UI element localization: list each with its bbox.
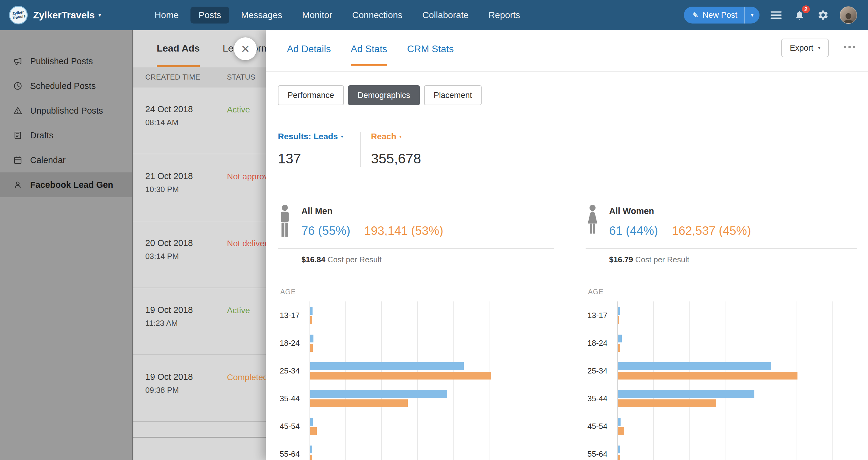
age-tick-label: 55-64	[278, 450, 310, 459]
segment-performance[interactable]: Performance	[278, 85, 344, 105]
segment-demographics[interactable]: Demographics	[348, 85, 420, 105]
men-divider	[278, 248, 554, 249]
female-icon	[586, 204, 599, 241]
men-demographics-section: All Men 76 (55%) 193,141 (53%) $16.84 Co…	[278, 204, 567, 460]
settings-gear-icon[interactable]	[816, 8, 830, 22]
results-bar	[618, 390, 754, 398]
results-bar	[618, 307, 620, 315]
export-label: Export	[789, 43, 813, 53]
results-bar	[618, 418, 621, 426]
nav-item-connections[interactable]: Connections	[344, 7, 410, 24]
section-divider	[278, 180, 857, 180]
women-header: All Women 61 (44%) 162,537 (45%)	[586, 204, 857, 241]
new-post-label: New Post	[703, 10, 738, 20]
brand-name: ZylkerTravels	[33, 10, 95, 21]
men-age-block: AGE 13-1718-2425-3435-4445-5455-64	[278, 288, 554, 460]
main-nav: HomePostsMessagesMonitorConnectionsColla…	[147, 7, 528, 24]
men-header: All Men 76 (55%) 193,141 (53%)	[278, 204, 554, 241]
age-tick-label: 25-34	[278, 366, 310, 376]
demographics-grid: All Men 76 (55%) 193,141 (53%) $16.84 Co…	[278, 204, 857, 460]
sidebar-item-unpublished-posts[interactable]: Unpublished Posts	[0, 98, 132, 123]
tab-ad-stats[interactable]: Ad Stats	[351, 30, 387, 71]
detail-tabs: Ad DetailsAd StatsCRM Stats	[287, 30, 454, 71]
lead-created-date: 19 Oct 2018	[145, 372, 227, 382]
lead-gen-icon	[13, 180, 23, 190]
chevron-down-icon: ▾	[399, 134, 402, 139]
results-value: 137	[278, 150, 343, 167]
reach-bar	[310, 316, 312, 324]
reach-bar	[310, 372, 491, 379]
results-bar	[618, 446, 620, 453]
topbar-actions: ✎ New Post ▾ 2	[684, 6, 857, 24]
results-label: Results: Leads	[278, 132, 338, 142]
nav-item-collaborate[interactable]: Collaborate	[414, 7, 476, 24]
sidebar-item-published-posts[interactable]: Published Posts	[0, 49, 132, 73]
results-bar	[310, 335, 313, 342]
sidebar-item-scheduled-posts[interactable]: Scheduled Posts	[0, 73, 132, 98]
age-row-45-54: 45-54	[586, 412, 857, 440]
results-bar	[310, 446, 312, 453]
lead-created-time: 09:38 PM	[145, 386, 227, 395]
age-row-55-64: 55-64	[586, 440, 857, 460]
men-cost-caption: Cost per Result	[328, 255, 381, 264]
more-options-icon[interactable]	[844, 46, 855, 48]
stats-segmented-control: PerformanceDemographicsPlacement	[278, 85, 857, 105]
age-row-35-44: 35-44	[586, 385, 857, 412]
sidebar-item-calendar[interactable]: Calendar	[0, 148, 132, 173]
lead-created-time: 08:14 AM	[145, 118, 227, 127]
sidebar-item-label: Drafts	[30, 130, 53, 141]
men-cost-value: $16.84	[301, 255, 326, 264]
results-dropdown[interactable]: Results: Leads ▾	[278, 132, 343, 142]
warning-icon	[13, 105, 23, 116]
lead-created-date: 19 Oct 2018	[145, 305, 227, 315]
reach-metric: Reach ▾ 355,678	[361, 132, 421, 167]
men-reach-value: 193,141 (53%)	[364, 224, 443, 238]
new-post-dropdown[interactable]: ▾	[745, 7, 760, 24]
tab-crm-stats[interactable]: CRM Stats	[407, 30, 454, 71]
sidebar-item-drafts[interactable]: Drafts	[0, 123, 132, 148]
tab-ad-details[interactable]: Ad Details	[287, 30, 331, 71]
top-navbar: Zylker Travels ZylkerTravels ▾ HomePosts…	[0, 0, 868, 30]
new-post-button[interactable]: ✎ New Post ▾	[684, 7, 760, 24]
women-cost-value: $16.79	[609, 255, 633, 264]
reach-bar	[618, 372, 798, 379]
age-tick-label: 25-34	[586, 366, 617, 376]
women-results-value: 61 (44%)	[609, 224, 658, 238]
notifications-bell-icon[interactable]: 2	[793, 8, 807, 22]
reach-value: 355,678	[371, 150, 421, 167]
menu-list-icon[interactable]	[769, 8, 783, 22]
age-row-55-64: 55-64	[278, 440, 554, 460]
brand-logo-text: Zylker Travels	[9, 10, 27, 21]
calendar-icon	[13, 155, 23, 165]
nav-item-messages[interactable]: Messages	[233, 7, 290, 24]
age-row-45-54: 45-54	[278, 412, 554, 440]
nav-item-reports[interactable]: Reports	[480, 7, 528, 24]
tab-lead-ads[interactable]: Lead Ads	[157, 30, 200, 67]
nav-item-posts[interactable]: Posts	[190, 7, 229, 24]
age-tick-label: 35-44	[278, 394, 310, 403]
men-results-value: 76 (55%)	[301, 224, 350, 238]
sidebar-item-facebook-lead-gen[interactable]: Facebook Lead Gen	[0, 173, 132, 197]
nav-item-home[interactable]: Home	[147, 7, 187, 24]
reach-dropdown[interactable]: Reach ▾	[371, 132, 421, 142]
age-axis-label: AGE	[280, 288, 554, 296]
export-button[interactable]: Export ▾	[781, 38, 829, 57]
age-tick-label: 13-17	[278, 311, 310, 320]
women-divider	[586, 248, 857, 249]
age-tick-label: 45-54	[278, 422, 310, 431]
women-age-block: AGE 13-1718-2425-3435-4445-5455-64	[586, 288, 857, 460]
segment-placement[interactable]: Placement	[424, 85, 482, 105]
brand-menu[interactable]: ZylkerTravels ▾	[33, 10, 101, 21]
age-row-35-44: 35-44	[278, 385, 554, 412]
results-bar	[310, 418, 313, 426]
age-tick-label: 13-17	[586, 311, 617, 320]
user-avatar[interactable]	[840, 6, 857, 24]
new-post-main[interactable]: ✎ New Post	[684, 7, 745, 24]
brand-logo-icon[interactable]: Zylker Travels	[9, 6, 28, 24]
reach-bar	[618, 455, 620, 460]
nav-item-monitor[interactable]: Monitor	[294, 7, 340, 24]
close-panel-button[interactable]: ×	[234, 37, 257, 60]
men-age-chart: 13-1718-2425-3435-4445-5455-64	[278, 301, 554, 460]
age-row-25-34: 25-34	[278, 357, 554, 385]
ad-stats-panel: Ad DetailsAd StatsCRM Stats Export ▾ Per…	[266, 30, 868, 460]
